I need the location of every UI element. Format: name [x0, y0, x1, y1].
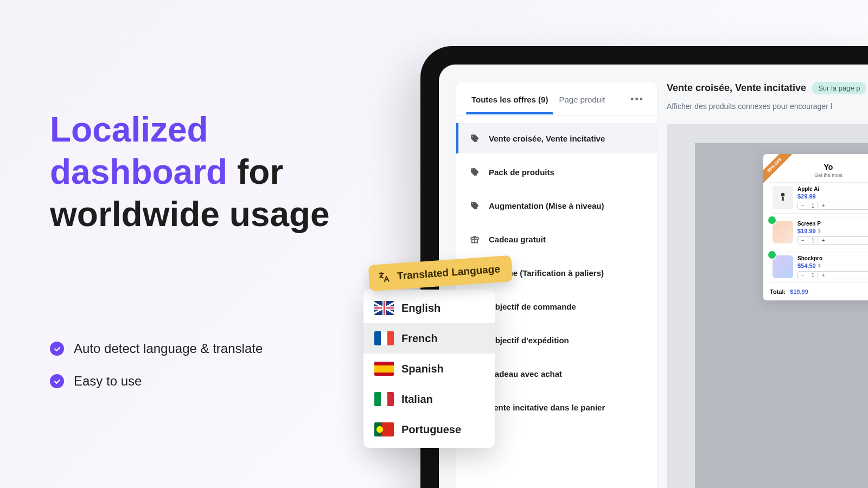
offer-item[interactable]: Vente croisée, Vente incitative — [456, 123, 657, 153]
total-label: Total: — [770, 288, 786, 295]
product-oldprice: $ — [818, 263, 821, 268]
widget-product-row[interactable]: Shockpro$54.50$−1+ — [769, 252, 868, 283]
language-option[interactable]: Italian — [363, 384, 495, 414]
widget-subtitle: Get the most — [769, 172, 868, 178]
language-option[interactable]: Spanish — [363, 354, 495, 384]
widget-card: 50% OFF Yo Get the most Apple Ai$29.99−1… — [763, 154, 868, 300]
language-option[interactable]: English — [363, 293, 495, 323]
feature-text: Easy to use — [74, 374, 142, 389]
feature-list: Auto detect language & translate Easy to… — [50, 341, 354, 389]
detail-subtitle: Afficher des produits connexes pour enco… — [667, 102, 868, 111]
preview-area: 50% OFF Yo Get the most Apple Ai$29.99−1… — [667, 124, 868, 488]
quantity-stepper[interactable]: −1+ — [797, 236, 868, 245]
language-option[interactable]: French — [363, 323, 495, 354]
detail-header: Vente croisée, Vente incitative Sur la p… — [667, 82, 868, 94]
widget-total: Total: $19.99 — [769, 286, 868, 295]
tab-all-offers[interactable]: Toutes les offres (9) — [466, 83, 553, 114]
feature-text: Auto detect language & translate — [74, 341, 263, 356]
language-name: Portuguese — [401, 423, 461, 436]
product-info: Apple Ai$29.99−1+ — [797, 186, 868, 210]
flag-it-icon — [374, 392, 394, 406]
quantity-stepper[interactable]: −1+ — [797, 202, 868, 210]
feature-item: Easy to use — [50, 374, 354, 389]
svg-point-9 — [781, 193, 785, 197]
product-info: Screen P$19.99$−1+ — [797, 221, 868, 245]
language-name: French — [401, 332, 438, 345]
offer-icon — [469, 234, 480, 245]
detail-panel: Vente croisée, Vente incitative Sur la p… — [667, 82, 868, 488]
tab-more-icon[interactable]: ••• — [627, 82, 647, 115]
marketing-hero: Localized dashboard for worldwide usage … — [50, 108, 354, 406]
product-info: Shockpro$54.50$−1+ — [797, 255, 868, 279]
flag-fr-icon — [374, 331, 394, 345]
product-thumb — [773, 221, 793, 243]
svg-rect-10 — [782, 196, 783, 201]
feature-item: Auto detect language & translate — [50, 341, 354, 356]
offer-label: Objectif de commande — [489, 302, 576, 311]
offer-label: Cadeau gratuit — [489, 235, 546, 244]
product-price: $54.50 — [797, 262, 816, 269]
quantity-stepper[interactable]: −1+ — [797, 271, 868, 279]
offer-label: Objectif d'expédition — [489, 336, 569, 345]
detail-badge: Sur la page p — [812, 82, 866, 94]
tag-label: Translated Language — [397, 263, 500, 282]
offer-label: Vente croisée, Vente incitative — [489, 134, 605, 143]
language-name: Italian — [401, 393, 433, 406]
language-name: Spanish — [401, 363, 444, 375]
product-thumb — [773, 186, 793, 209]
product-name: Apple Ai — [797, 186, 868, 192]
offer-label: Pack de produits — [489, 168, 554, 177]
product-name: Shockpro — [797, 255, 868, 261]
language-name: English — [401, 302, 441, 314]
check-icon — [50, 374, 64, 388]
language-dropdown[interactable]: EnglishFrenchSpanishItalianPortuguese — [363, 290, 495, 448]
flag-uk-icon — [374, 301, 394, 315]
offer-item[interactable]: Pack de produits — [456, 157, 657, 187]
offer-label: Augmentation (Mise à niveau) — [489, 201, 604, 210]
widget-header: Yo Get the most — [769, 159, 868, 182]
flag-pt-icon — [374, 422, 394, 436]
widget-product-row[interactable]: Apple Ai$29.99−1+ — [769, 182, 868, 214]
offer-icon — [469, 133, 480, 144]
total-value: $19.99 — [790, 288, 808, 295]
widget-title: Yo — [769, 163, 868, 171]
widget-product-row[interactable]: Screen P$19.99$−1+ — [769, 217, 868, 248]
tabs: Toutes les offres (9) Page produit ••• — [456, 82, 657, 115]
headline-accent: Localized dashboard — [50, 110, 227, 191]
offer-label: Cadeau avec achat — [489, 369, 562, 378]
language-option[interactable]: Portuguese — [363, 414, 495, 445]
offer-item[interactable]: Augmentation (Mise à niveau) — [456, 190, 657, 221]
headline: Localized dashboard for worldwide usage — [50, 108, 354, 235]
check-icon — [50, 342, 64, 356]
offer-label: Vente incitative dans le panier — [489, 403, 605, 412]
product-price: $29.99 — [797, 193, 816, 200]
product-thumb — [773, 255, 793, 278]
product-price: $19.99 — [797, 228, 816, 234]
detail-title: Vente croisée, Vente incitative — [667, 82, 806, 94]
product-oldprice: $ — [818, 228, 821, 234]
offer-item[interactable]: Cadeau gratuit — [456, 224, 657, 254]
translate-icon — [377, 270, 391, 284]
product-name: Screen P — [797, 221, 868, 227]
tab-product-page[interactable]: Page produit — [553, 83, 610, 114]
offer-icon — [469, 200, 480, 211]
flag-es-icon — [374, 362, 394, 376]
offer-icon — [469, 166, 480, 177]
